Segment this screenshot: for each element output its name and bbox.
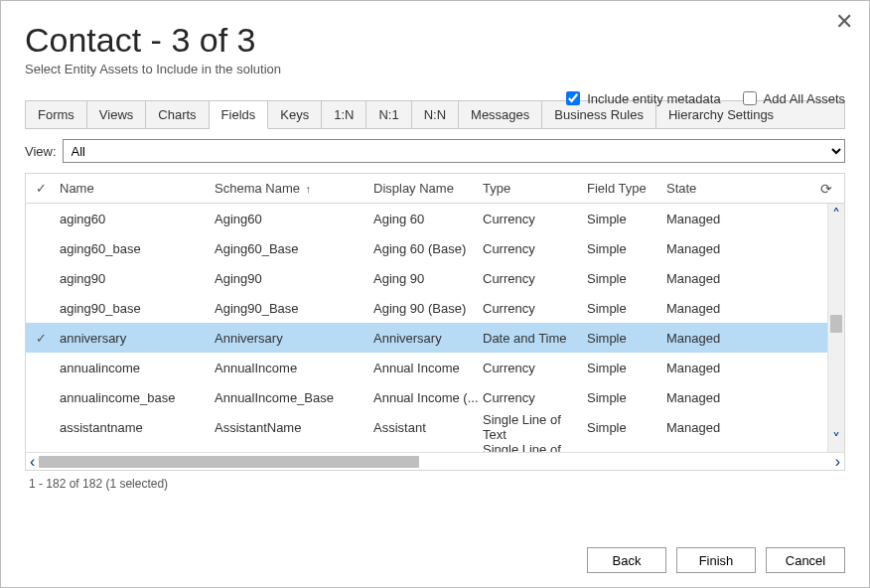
cell-schema: Aging60 — [215, 212, 373, 226]
page-subtitle: Select Entity Assets to Include in the s… — [25, 62, 845, 76]
row-checkmark[interactable]: ✓ — [26, 331, 56, 346]
cell-state: Managed — [666, 390, 756, 405]
cell-fieldtype: Simple — [587, 271, 666, 286]
cell-name: annualincome_base — [56, 390, 215, 405]
cell-state: Managed — [666, 331, 756, 346]
column-header-name[interactable]: Name — [56, 181, 215, 196]
cell-type: Currency — [483, 241, 587, 256]
cell-fieldtype: Simple — [587, 301, 666, 316]
header-options: Include entity metadata Add All Assets — [562, 88, 845, 108]
cell-name: aging60 — [56, 212, 215, 226]
scroll-thumb[interactable] — [830, 315, 842, 333]
table-row[interactable]: aging90Aging90Aging 90CurrencySimpleMana… — [26, 263, 827, 293]
close-icon[interactable]: ✕ — [835, 11, 853, 33]
cell-schema: Aging90 — [215, 271, 373, 286]
cell-state: Managed — [666, 361, 756, 375]
column-header-schema[interactable]: Schema Name ↑ — [215, 181, 373, 196]
cell-name: annualincome — [56, 361, 215, 375]
select-all-checkbox[interactable]: ✓ — [26, 181, 56, 196]
grid: ✓ Name Schema Name ↑ Display Name Type F… — [25, 173, 845, 471]
cell-schema: Aging60_Base — [215, 241, 373, 256]
cell-state: Managed — [666, 271, 756, 286]
cell-display: Anniversary — [373, 331, 483, 346]
add-all-assets-input[interactable] — [743, 91, 757, 105]
cell-fieldtype: Simple — [587, 241, 666, 256]
cell-state: Managed — [666, 450, 756, 453]
scroll-left-icon[interactable]: ‹ — [30, 454, 35, 470]
refresh-icon[interactable]: ⟳ — [756, 181, 838, 197]
back-button[interactable]: Back — [587, 547, 666, 573]
table-row[interactable]: assistantnameAssistantNameAssistantSingl… — [26, 412, 827, 442]
cell-type: Single Line of Text — [483, 442, 587, 452]
cell-fieldtype: Simple — [587, 450, 666, 453]
tab-forms[interactable]: Forms — [26, 101, 87, 128]
column-header-state[interactable]: State — [666, 181, 756, 196]
include-metadata-input[interactable] — [566, 91, 580, 105]
status-text: 1 - 182 of 182 (1 selected) — [25, 475, 845, 493]
page-title: Contact - 3 of 3 — [25, 21, 845, 60]
cell-display: Aging 90 (Base) — [373, 301, 483, 316]
add-all-assets-checkbox[interactable]: Add All Assets — [739, 88, 845, 108]
view-row: View: All — [25, 139, 845, 163]
cell-fieldtype: Simple — [587, 390, 666, 405]
table-row[interactable]: aging60Aging60Aging 60CurrencySimpleMana… — [26, 204, 827, 233]
cell-schema: AssistantName — [215, 420, 373, 435]
cell-name: aging90 — [56, 271, 215, 286]
scroll-right-icon[interactable]: › — [835, 454, 840, 470]
cell-schema: Anniversary — [215, 331, 373, 346]
include-metadata-label: Include entity metadata — [587, 91, 720, 106]
tab-views[interactable]: Views — [87, 101, 146, 128]
tab-fields[interactable]: Fields — [210, 101, 269, 129]
sort-ascending-icon: ↑ — [306, 183, 312, 195]
cell-fieldtype: Simple — [587, 331, 666, 346]
cell-state: Managed — [666, 420, 756, 435]
table-row[interactable]: annualincome_baseAnnualIncome_BaseAnnual… — [26, 382, 827, 412]
cell-type: Currency — [483, 271, 587, 286]
column-header-display[interactable]: Display Name — [373, 181, 483, 196]
tab-1-n[interactable]: 1:N — [322, 101, 366, 128]
cell-fieldtype: Simple — [587, 212, 666, 226]
view-select[interactable]: All — [63, 139, 845, 163]
horizontal-scrollbar[interactable]: ‹ › — [26, 452, 844, 470]
cell-schema: AnnualIncome_Base — [215, 390, 373, 405]
cancel-button[interactable]: Cancel — [766, 547, 845, 573]
hscroll-thumb[interactable] — [39, 456, 419, 468]
cell-state: Managed — [666, 301, 756, 316]
cell-type: Date and Time — [483, 331, 587, 346]
tab-keys[interactable]: Keys — [268, 101, 322, 128]
grid-body: aging60Aging60Aging 60CurrencySimpleMana… — [26, 204, 827, 452]
cell-fieldtype: Simple — [587, 420, 666, 435]
cell-name: assistantphone — [56, 450, 215, 453]
cell-state: Managed — [666, 241, 756, 256]
footer-buttons: Back Finish Cancel — [587, 547, 845, 573]
table-row[interactable]: aging60_baseAging60_BaseAging 60 (Base)C… — [26, 233, 827, 263]
cell-display: Annual Income — [373, 361, 483, 375]
tab-messages[interactable]: Messages — [459, 101, 542, 128]
grid-header: ✓ Name Schema Name ↑ Display Name Type F… — [26, 174, 844, 204]
table-row[interactable]: assistantphoneAssistantPhoneAssistant Ph… — [26, 442, 827, 452]
cell-display: Annual Income (... — [373, 390, 483, 405]
cell-name: anniversary — [56, 331, 215, 346]
table-row[interactable]: annualincomeAnnualIncomeAnnual IncomeCur… — [26, 353, 827, 382]
cell-fieldtype: Simple — [587, 361, 666, 375]
tab-charts[interactable]: Charts — [146, 101, 209, 128]
scroll-up-icon[interactable]: ˄ — [828, 208, 844, 223]
cell-type: Currency — [483, 301, 587, 316]
column-header-type[interactable]: Type — [483, 181, 587, 196]
tab-n-1[interactable]: N:1 — [366, 101, 411, 128]
scroll-down-icon[interactable]: ˅ — [828, 432, 844, 448]
vertical-scrollbar[interactable]: ˄ ˅ — [827, 204, 844, 452]
include-metadata-checkbox[interactable]: Include entity metadata — [562, 88, 720, 108]
column-header-fieldtype[interactable]: Field Type — [587, 181, 666, 196]
table-row[interactable]: ✓anniversaryAnniversaryAnniversaryDate a… — [26, 323, 827, 353]
finish-button[interactable]: Finish — [676, 547, 756, 573]
tab-n-n[interactable]: N:N — [412, 101, 459, 128]
table-row[interactable]: aging90_baseAging90_BaseAging 90 (Base)C… — [26, 293, 827, 323]
hscroll-track[interactable] — [39, 456, 830, 468]
add-all-assets-label: Add All Assets — [764, 91, 845, 106]
cell-type: Currency — [483, 212, 587, 226]
cell-display: Aging 90 — [373, 271, 483, 286]
cell-display: Aging 60 — [373, 212, 483, 226]
cell-name: aging60_base — [56, 241, 215, 256]
cell-state: Managed — [666, 212, 756, 226]
